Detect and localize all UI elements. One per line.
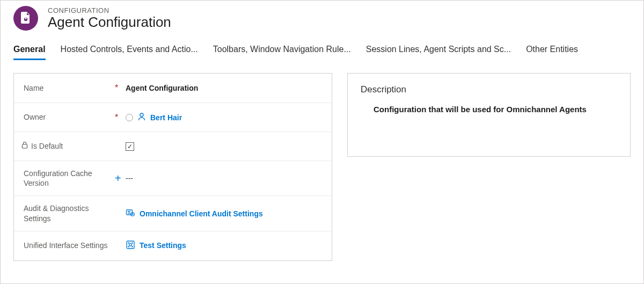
label-description: Description xyxy=(361,84,617,95)
row-audit-settings: Audit & Diagnostics Settings Omnichannel… xyxy=(14,195,332,230)
required-marker: * xyxy=(115,113,126,122)
value-audit-settings[interactable]: Omnichannel Client Audit Settings xyxy=(126,208,322,219)
label-cache-version: Configuration Cache Version xyxy=(24,169,115,188)
value-ui-settings[interactable]: Test Settings xyxy=(126,240,322,251)
audit-settings-link[interactable]: Omnichannel Client Audit Settings xyxy=(140,209,263,218)
general-panel: Name * Agent Configuration Owner * Bert … xyxy=(13,73,332,261)
ui-settings-icon xyxy=(126,240,135,251)
svg-rect-3 xyxy=(127,210,133,215)
page-title: Agent Configuration xyxy=(48,14,171,30)
audit-settings-icon xyxy=(126,208,135,219)
value-owner[interactable]: Bert Hair xyxy=(126,112,322,122)
svg-point-6 xyxy=(129,243,132,246)
value-name[interactable]: Agent Configuration xyxy=(126,84,322,92)
label-is-default-text: Is Default xyxy=(31,141,63,151)
tab-other-entities[interactable]: Other Entities xyxy=(526,45,578,60)
lock-icon xyxy=(21,141,28,151)
form-body: Name * Agent Configuration Owner * Bert … xyxy=(1,60,643,261)
row-ui-settings: Unified Interface Settings Test Settings xyxy=(14,231,332,260)
owner-link[interactable]: Bert Hair xyxy=(150,113,182,122)
svg-point-1 xyxy=(140,113,143,116)
value-cache-version[interactable]: --- xyxy=(126,174,322,183)
ui-settings-link[interactable]: Test Settings xyxy=(140,241,186,250)
person-icon xyxy=(137,112,146,122)
tab-toolbars[interactable]: Toolbars, Window Navigation Rule... xyxy=(213,45,351,60)
tab-hosted-controls[interactable]: Hosted Controls, Events and Actio... xyxy=(61,45,198,60)
required-marker: * xyxy=(115,84,126,92)
row-owner: Owner * Bert Hair xyxy=(14,103,332,132)
svg-rect-5 xyxy=(127,241,134,249)
is-default-checkbox[interactable] xyxy=(126,142,134,151)
label-is-default: Is Default xyxy=(24,141,115,151)
label-ui-settings: Unified Interface Settings xyxy=(24,241,115,250)
row-cache-version: Configuration Cache Version + --- xyxy=(14,161,332,195)
value-is-default[interactable] xyxy=(126,142,322,151)
tab-strip: General Hosted Controls, Events and Acti… xyxy=(1,31,643,60)
label-owner: Owner xyxy=(24,112,115,122)
breadcrumb: CONFIGURATION xyxy=(48,6,171,14)
svg-rect-2 xyxy=(23,144,27,148)
gear-document-icon xyxy=(20,12,31,25)
description-panel: Description Configuration that will be u… xyxy=(347,73,631,157)
clock-icon xyxy=(126,114,133,121)
page-header: CONFIGURATION Agent Configuration xyxy=(1,1,643,31)
label-audit-settings: Audit & Diagnostics Settings xyxy=(24,203,115,223)
page-root: CONFIGURATION Agent Configuration Genera… xyxy=(0,0,644,284)
row-is-default: Is Default xyxy=(14,132,332,161)
label-name: Name xyxy=(24,83,115,93)
header-text: CONFIGURATION Agent Configuration xyxy=(48,6,171,30)
tab-general[interactable]: General xyxy=(13,45,46,60)
entity-badge xyxy=(13,6,38,31)
recommended-marker: + xyxy=(115,173,126,184)
tab-session-lines[interactable]: Session Lines, Agent Scripts and Sc... xyxy=(366,45,511,60)
row-name: Name * Agent Configuration xyxy=(14,74,332,103)
value-description[interactable]: Configuration that will be used for Omni… xyxy=(361,105,617,114)
